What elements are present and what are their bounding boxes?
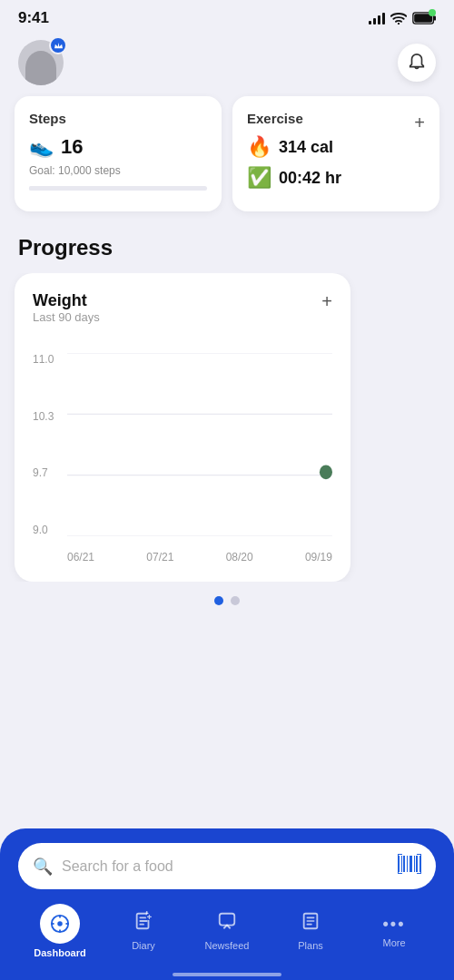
svg-point-17: [57, 921, 63, 926]
svg-rect-13: [414, 856, 415, 872]
bottom-area: 🔍 Search for a food: [0, 828, 454, 980]
search-placeholder: Search for a food: [62, 858, 389, 875]
dot-1-active[interactable]: [214, 596, 223, 605]
plans-label: Plans: [298, 940, 323, 951]
food-search-bar[interactable]: 🔍 Search for a food: [18, 843, 436, 889]
y-label-2: 9.7: [33, 466, 65, 479]
weight-chart-card: Weight Last 90 days + 11.0 10.3 9.7 9.0: [15, 273, 350, 582]
exercise-duration-row: ✅ 00:42 hr: [247, 166, 425, 190]
exercise-duration: 00:42 hr: [279, 169, 341, 188]
bottom-nav: Dashboard Diary: [18, 904, 436, 965]
plans-icon: [301, 911, 321, 936]
avatar-container[interactable]: [18, 40, 64, 85]
progress-section-title: Progress: [0, 226, 454, 273]
svg-rect-24: [220, 914, 235, 926]
barcode-scan-icon[interactable]: [398, 854, 421, 878]
nav-item-more[interactable]: ••• More: [367, 915, 421, 948]
svg-rect-14: [416, 856, 418, 872]
y-label-4: 11.0: [33, 353, 65, 366]
newsfeed-label: Newsfeed: [205, 940, 250, 951]
svg-rect-2: [433, 15, 436, 20]
search-icon: 🔍: [33, 857, 53, 877]
y-label-1: 9.0: [33, 524, 65, 536]
dashboard-icon: [40, 904, 80, 944]
chart-header: Weight Last 90 days +: [33, 291, 332, 342]
bell-icon: [407, 53, 427, 73]
steps-shoe-icon: 👟: [29, 135, 54, 159]
exercise-header: Exercise +: [247, 111, 425, 135]
svg-point-0: [398, 23, 400, 24]
exercise-calories-row: 🔥 314 cal: [247, 135, 425, 159]
steps-goal: Goal: 10,000 steps: [29, 164, 207, 177]
exercise-calories: 314 cal: [279, 138, 333, 157]
nav-item-newsfeed[interactable]: Newsfeed: [200, 911, 254, 951]
x-label-1: 06/21: [67, 551, 94, 564]
steps-progress-bar: [29, 186, 207, 191]
nav-item-plans[interactable]: Plans: [283, 911, 338, 951]
more-label: More: [382, 937, 405, 948]
chart-title: Weight: [33, 291, 100, 310]
y-label-3: 10.3: [33, 410, 65, 423]
home-indicator: [173, 973, 281, 976]
notification-bell-button[interactable]: [398, 44, 436, 82]
svg-rect-11: [407, 856, 408, 872]
steps-value-row: 👟 16: [29, 135, 207, 159]
avatar-silhouette: [25, 51, 56, 85]
svg-rect-10: [403, 856, 405, 872]
nav-item-dashboard[interactable]: Dashboard: [33, 904, 87, 958]
chart-svg: [67, 353, 332, 536]
steps-card-title: Steps: [29, 111, 207, 126]
chart-subtitle: Last 90 days: [33, 310, 100, 324]
x-axis: 06/21 07/21 08/20 09/19: [67, 551, 332, 564]
data-dot: [320, 465, 332, 479]
status-bar: 9:41: [0, 0, 454, 33]
steps-card: Steps 👟 16 Goal: 10,000 steps: [15, 96, 222, 211]
svg-rect-12: [410, 856, 412, 872]
svg-rect-9: [401, 856, 402, 872]
x-label-2: 07/21: [146, 551, 173, 564]
x-label-3: 08/20: [226, 551, 253, 564]
steps-progress-fill: [29, 186, 33, 191]
status-green-dot: [429, 9, 436, 16]
dashboard-label: Dashboard: [34, 947, 85, 958]
fire-icon: 🔥: [247, 135, 271, 159]
newsfeed-icon: [217, 911, 237, 936]
carousel-indicator: [0, 582, 454, 623]
chart-add-button[interactable]: +: [321, 291, 332, 312]
check-circle-icon: ✅: [247, 166, 271, 190]
wifi-icon: [390, 12, 407, 24]
exercise-card: Exercise + 🔥 314 cal ✅ 00:42 hr: [232, 96, 439, 211]
exercise-card-title: Exercise: [247, 111, 303, 126]
diary-icon: [133, 911, 153, 936]
stats-cards-row: Steps 👟 16 Goal: 10,000 steps Exercise +…: [0, 96, 454, 226]
crown-badge: [49, 36, 67, 54]
y-axis: 11.0 10.3 9.7 9.0: [33, 353, 65, 536]
x-label-4: 09/19: [305, 551, 332, 564]
diary-label: Diary: [132, 940, 155, 951]
chart-area: 11.0 10.3 9.7 9.0 06/21 07/21: [33, 346, 332, 564]
chart-scroll: Weight Last 90 days + 11.0 10.3 9.7 9.0: [0, 273, 454, 582]
status-time: 9:41: [18, 9, 49, 27]
exercise-add-button[interactable]: +: [414, 113, 425, 133]
dot-2-inactive[interactable]: [231, 596, 240, 605]
more-icon: •••: [383, 915, 406, 934]
signal-icon: [369, 12, 385, 24]
nav-item-diary[interactable]: Diary: [116, 911, 171, 951]
steps-value: 16: [61, 135, 83, 159]
header: [0, 33, 454, 96]
